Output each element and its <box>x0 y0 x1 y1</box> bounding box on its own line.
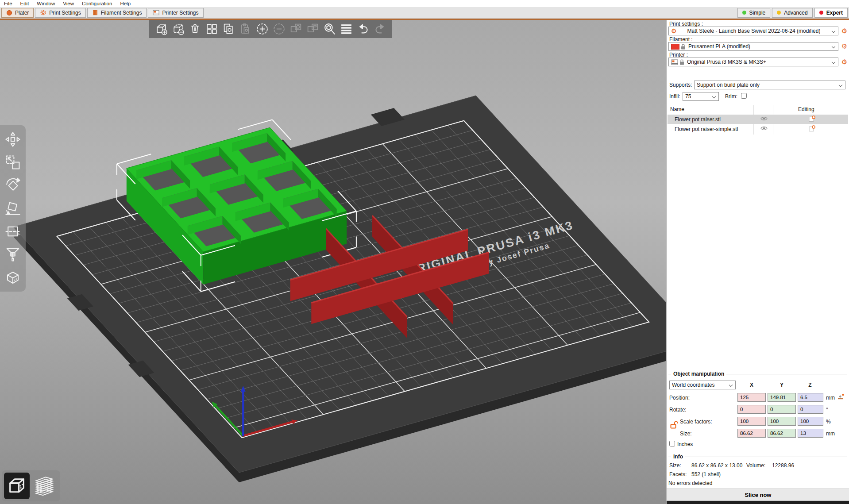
object-manipulation-title: Object manipulation <box>671 371 726 377</box>
scale-y-input[interactable] <box>768 417 796 426</box>
tab-filament-settings[interactable]: Filament Settings <box>87 8 147 18</box>
move-gizmo-icon[interactable] <box>2 128 23 151</box>
menu-help[interactable]: Help <box>116 1 135 6</box>
menu-file[interactable]: File <box>0 1 16 6</box>
mode-simple-button[interactable]: Simple <box>737 8 771 18</box>
rotate-gizmo-icon[interactable] <box>2 174 23 197</box>
object-list-header: Name Editing <box>668 105 848 114</box>
info-volume-value: 12288.96 <box>772 462 794 469</box>
position-y-input[interactable] <box>768 393 796 402</box>
scene-canvas: ORIGINAL PRUSA i3 MK3by Josef Prusa <box>0 20 666 504</box>
inches-checkbox[interactable] <box>669 441 675 446</box>
chevron-down-icon <box>832 45 835 48</box>
arrange-icon[interactable] <box>203 21 220 38</box>
printer-icon <box>671 59 684 65</box>
printer-gear-button[interactable]: ⚙ <box>841 58 848 65</box>
tab-filament-settings-label: Filament Settings <box>101 10 142 16</box>
sliced-preview-icon[interactable] <box>31 473 57 499</box>
printer-label: Printer : <box>669 52 688 58</box>
menu-window[interactable]: Window <box>33 1 59 6</box>
tab-plater[interactable]: Plater <box>1 8 34 18</box>
brim-checkbox[interactable] <box>741 93 747 99</box>
print-settings-gear-button[interactable]: ⚙ <box>841 27 848 35</box>
rotate-y-input[interactable] <box>768 405 796 414</box>
redo-icon <box>371 21 388 38</box>
menu-configuration[interactable]: Configuration <box>78 1 116 6</box>
supports-label: Supports: <box>669 82 692 88</box>
mode-expert-button[interactable]: Expert <box>814 8 848 18</box>
eye-icon[interactable] <box>760 126 768 132</box>
filament-combo[interactable]: Prusament PLA (modified) <box>668 42 838 51</box>
brim-label: Brim: <box>725 93 737 100</box>
cut-gizmo-icon[interactable] <box>2 220 23 243</box>
split-to-objects-icon <box>287 21 304 38</box>
paste-icon <box>237 21 254 38</box>
rotate-z-input[interactable] <box>798 405 823 414</box>
mode-switcher: Simple Advanced Expert <box>736 8 848 18</box>
scale-x-input[interactable] <box>737 417 766 426</box>
menu-view[interactable]: View <box>59 1 78 6</box>
object-name: Flower pot raiser-simple.stl <box>675 126 738 132</box>
printer-icon <box>153 10 159 15</box>
gear-icon: ⚙ <box>671 27 677 35</box>
drop-to-bed-icon[interactable] <box>837 393 845 401</box>
filament-gear-button[interactable]: ⚙ <box>841 42 848 50</box>
scale-z-input[interactable] <box>798 417 823 426</box>
slice-now-button[interactable]: Slice now <box>667 489 849 501</box>
advanced-mode-dot-icon <box>777 11 781 15</box>
info-status: No errors detected <box>668 480 712 486</box>
menu-edit[interactable]: Edit <box>16 1 33 6</box>
gizmo-toolbar <box>0 125 26 292</box>
rotate-unit: ° <box>826 407 828 413</box>
y-axis-header: Y <box>768 382 796 388</box>
position-label: Position: <box>669 395 690 401</box>
printer-value: Original Prusa i3 MK3S & MK3S+ <box>687 59 766 65</box>
eye-icon[interactable] <box>760 116 768 123</box>
coordinates-value: World coordinates <box>672 382 715 388</box>
info-volume-label: Volume: <box>746 462 765 469</box>
editing-icon[interactable] <box>807 125 816 133</box>
size-label: Size: <box>680 431 692 437</box>
delete-object-icon[interactable] <box>170 21 186 38</box>
editing-icon[interactable] <box>807 115 816 123</box>
info-title: Info <box>671 454 685 460</box>
undo-icon[interactable] <box>355 21 371 38</box>
search-icon[interactable] <box>321 21 338 38</box>
printer-combo[interactable]: Original Prusa i3 MK3S & MK3S+ <box>668 58 838 66</box>
paint-supports-gizmo-icon[interactable] <box>2 243 23 266</box>
main-toolbar <box>149 20 392 38</box>
scale-gizmo-icon[interactable] <box>2 151 23 174</box>
scale-unit: % <box>826 419 831 425</box>
size-y-input[interactable] <box>768 429 796 438</box>
filament-color-swatch <box>671 44 686 50</box>
infill-combo[interactable]: 75 <box>683 92 719 101</box>
object-row-flower-pot-raiser-simple[interactable]: Flower pot raiser-simple.stl <box>668 124 848 134</box>
print-settings-combo[interactable]: ⚙ Matt Steele - Launch Base Swivel 2022-… <box>668 27 838 35</box>
coordinates-combo[interactable]: World coordinates <box>669 381 736 389</box>
object-name: Flower pot raiser.stl <box>675 116 721 123</box>
rotate-x-input[interactable] <box>737 405 766 414</box>
accent-divider <box>0 19 849 20</box>
mode-advanced-button[interactable]: Advanced <box>772 8 812 18</box>
add-instance-icon[interactable] <box>254 21 270 38</box>
mode-expert-label: Expert <box>826 10 843 16</box>
tab-printer-settings[interactable]: Printer Settings <box>148 8 203 18</box>
group-divider <box>668 457 847 457</box>
supports-combo[interactable]: Support on build plate only <box>694 81 845 89</box>
position-z-input[interactable] <box>798 393 823 402</box>
scale-lock-icon[interactable] <box>670 420 679 431</box>
variable-layer-height-icon[interactable] <box>338 21 355 38</box>
add-object-icon[interactable] <box>153 21 170 38</box>
copy-icon[interactable] <box>220 21 237 38</box>
position-x-input[interactable] <box>737 393 766 402</box>
size-x-input[interactable] <box>737 429 766 438</box>
3d-viewport[interactable]: ORIGINAL PRUSA i3 MK3by Josef Prusa <box>0 20 666 504</box>
object-row-flower-pot-raiser[interactable]: Flower pot raiser.stl <box>668 115 848 124</box>
tab-print-settings[interactable]: Print Settings <box>35 8 85 18</box>
place-on-face-gizmo-icon[interactable] <box>2 197 23 220</box>
seam-gizmo-icon[interactable] <box>2 266 23 289</box>
3d-editor-view-icon[interactable] <box>4 473 30 499</box>
chevron-down-icon <box>839 83 842 87</box>
size-z-input[interactable] <box>798 429 823 438</box>
delete-all-icon[interactable] <box>186 21 203 38</box>
